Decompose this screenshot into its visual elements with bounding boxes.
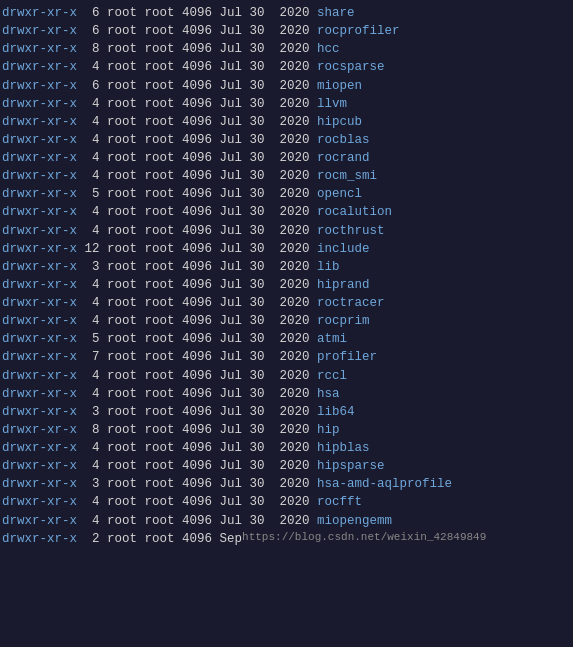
file-meta: 3 root root 4096 Jul 30 2020 bbox=[77, 258, 317, 276]
file-meta: 8 root root 4096 Jul 30 2020 bbox=[77, 40, 317, 58]
file-meta: 4 root root 4096 Jul 30 2020 bbox=[77, 457, 317, 475]
file-permissions: drwxr-xr-x bbox=[2, 149, 77, 167]
table-row: drwxr-xr-x 4 root root 4096 Jul 30 2020 … bbox=[2, 493, 571, 511]
file-meta: 6 root root 4096 Jul 30 2020 bbox=[77, 22, 317, 40]
file-meta: 4 root root 4096 Jul 30 2020 bbox=[77, 149, 317, 167]
directory-name: rocm_smi bbox=[317, 167, 377, 185]
table-row: drwxr-xr-x 4 root root 4096 Jul 30 2020 … bbox=[2, 385, 571, 403]
file-meta: 4 root root 4096 Jul 30 2020 bbox=[77, 58, 317, 76]
file-permissions: drwxr-xr-x bbox=[2, 530, 77, 548]
file-permissions: drwxr-xr-x bbox=[2, 22, 77, 40]
directory-name: rocalution bbox=[317, 203, 392, 221]
file-meta: 4 root root 4096 Jul 30 2020 bbox=[77, 439, 317, 457]
file-meta: 2 root root 4096 Sep bbox=[77, 530, 242, 548]
directory-name: llvm bbox=[317, 95, 347, 113]
file-meta: 4 root root 4096 Jul 30 2020 bbox=[77, 512, 317, 530]
table-row: drwxr-xr-x 3 root root 4096 Jul 30 2020 … bbox=[2, 403, 571, 421]
file-permissions: drwxr-xr-x bbox=[2, 439, 77, 457]
table-row: drwxr-xr-x 4 root root 4096 Jul 30 2020 … bbox=[2, 439, 571, 457]
table-row: drwxr-xr-x 4 root root 4096 Jul 30 2020 … bbox=[2, 276, 571, 294]
file-meta: 3 root root 4096 Jul 30 2020 bbox=[77, 475, 317, 493]
file-permissions: drwxr-xr-x bbox=[2, 77, 77, 95]
table-row: drwxr-xr-x 6 root root 4096 Jul 30 2020 … bbox=[2, 22, 571, 40]
file-meta: 4 root root 4096 Jul 30 2020 bbox=[77, 167, 317, 185]
file-meta: 5 root root 4096 Jul 30 2020 bbox=[77, 185, 317, 203]
terminal-window: drwxr-xr-x 6 root root 4096 Jul 30 2020 … bbox=[0, 0, 573, 647]
directory-name: hipblas bbox=[317, 439, 370, 457]
directory-name: https://blog.csdn.net/weixin_42849849 bbox=[242, 530, 486, 548]
file-meta: 4 root root 4096 Jul 30 2020 bbox=[77, 95, 317, 113]
directory-name: share bbox=[317, 4, 355, 22]
table-row: drwxr-xr-x 12 root root 4096 Jul 30 2020… bbox=[2, 240, 571, 258]
directory-name: rocsparse bbox=[317, 58, 385, 76]
file-permissions: drwxr-xr-x bbox=[2, 258, 77, 276]
file-meta: 7 root root 4096 Jul 30 2020 bbox=[77, 348, 317, 366]
directory-name: rocrand bbox=[317, 149, 370, 167]
file-permissions: drwxr-xr-x bbox=[2, 294, 77, 312]
table-row: drwxr-xr-x 4 root root 4096 Jul 30 2020 … bbox=[2, 113, 571, 131]
file-meta: 8 root root 4096 Jul 30 2020 bbox=[77, 421, 317, 439]
table-row: drwxr-xr-x 4 root root 4096 Jul 30 2020 … bbox=[2, 367, 571, 385]
directory-name: rocprofiler bbox=[317, 22, 400, 40]
file-permissions: drwxr-xr-x bbox=[2, 203, 77, 221]
file-meta: 4 root root 4096 Jul 30 2020 bbox=[77, 131, 317, 149]
file-permissions: drwxr-xr-x bbox=[2, 367, 77, 385]
directory-name: lib bbox=[317, 258, 340, 276]
directory-name: rocprim bbox=[317, 312, 370, 330]
file-permissions: drwxr-xr-x bbox=[2, 167, 77, 185]
table-row: drwxr-xr-x 4 root root 4096 Jul 30 2020 … bbox=[2, 131, 571, 149]
directory-name: opencl bbox=[317, 185, 362, 203]
file-permissions: drwxr-xr-x bbox=[2, 276, 77, 294]
directory-name: hsa-amd-aqlprofile bbox=[317, 475, 452, 493]
file-permissions: drwxr-xr-x bbox=[2, 348, 77, 366]
file-meta: 4 root root 4096 Jul 30 2020 bbox=[77, 113, 317, 131]
directory-name: include bbox=[317, 240, 370, 258]
file-permissions: drwxr-xr-x bbox=[2, 222, 77, 240]
directory-name: lib64 bbox=[317, 403, 355, 421]
file-meta: 4 root root 4096 Jul 30 2020 bbox=[77, 294, 317, 312]
file-permissions: drwxr-xr-x bbox=[2, 512, 77, 530]
directory-name: miopen bbox=[317, 77, 362, 95]
file-permissions: drwxr-xr-x bbox=[2, 185, 77, 203]
table-row: drwxr-xr-x 6 root root 4096 Jul 30 2020 … bbox=[2, 4, 571, 22]
table-row: drwxr-xr-x 3 root root 4096 Jul 30 2020 … bbox=[2, 258, 571, 276]
directory-name: hiprand bbox=[317, 276, 370, 294]
table-row: drwxr-xr-x 5 root root 4096 Jul 30 2020 … bbox=[2, 330, 571, 348]
file-meta: 5 root root 4096 Jul 30 2020 bbox=[77, 330, 317, 348]
file-meta: 6 root root 4096 Jul 30 2020 bbox=[77, 4, 317, 22]
table-row: drwxr-xr-x 4 root root 4096 Jul 30 2020 … bbox=[2, 312, 571, 330]
file-permissions: drwxr-xr-x bbox=[2, 457, 77, 475]
file-meta: 4 root root 4096 Jul 30 2020 bbox=[77, 312, 317, 330]
table-row: drwxr-xr-x 4 root root 4096 Jul 30 2020 … bbox=[2, 167, 571, 185]
directory-name: miopengemm bbox=[317, 512, 392, 530]
file-meta: 4 root root 4096 Jul 30 2020 bbox=[77, 203, 317, 221]
table-row: drwxr-xr-x 6 root root 4096 Jul 30 2020 … bbox=[2, 77, 571, 95]
file-permissions: drwxr-xr-x bbox=[2, 421, 77, 439]
file-permissions: drwxr-xr-x bbox=[2, 40, 77, 58]
directory-name: rccl bbox=[317, 367, 347, 385]
file-meta: 6 root root 4096 Jul 30 2020 bbox=[77, 77, 317, 95]
directory-name: profiler bbox=[317, 348, 377, 366]
table-row: drwxr-xr-x 4 root root 4096 Jul 30 2020 … bbox=[2, 58, 571, 76]
directory-name: hip bbox=[317, 421, 340, 439]
directory-name: hcc bbox=[317, 40, 340, 58]
file-permissions: drwxr-xr-x bbox=[2, 95, 77, 113]
table-row: drwxr-xr-x 4 root root 4096 Jul 30 2020 … bbox=[2, 222, 571, 240]
file-permissions: drwxr-xr-x bbox=[2, 403, 77, 421]
file-permissions: drwxr-xr-x bbox=[2, 493, 77, 511]
file-meta: 12 root root 4096 Jul 30 2020 bbox=[77, 240, 317, 258]
directory-name: roctracer bbox=[317, 294, 385, 312]
file-permissions: drwxr-xr-x bbox=[2, 58, 77, 76]
file-permissions: drwxr-xr-x bbox=[2, 475, 77, 493]
directory-name: hsa bbox=[317, 385, 340, 403]
table-row: drwxr-xr-x 8 root root 4096 Jul 30 2020 … bbox=[2, 421, 571, 439]
table-row: drwxr-xr-x 4 root root 4096 Jul 30 2020 … bbox=[2, 512, 571, 530]
file-meta: 4 root root 4096 Jul 30 2020 bbox=[77, 222, 317, 240]
table-row: drwxr-xr-x 4 root root 4096 Jul 30 2020 … bbox=[2, 457, 571, 475]
table-row: drwxr-xr-x 4 root root 4096 Jul 30 2020 … bbox=[2, 95, 571, 113]
table-row: drwxr-xr-x 4 root root 4096 Jul 30 2020 … bbox=[2, 149, 571, 167]
file-permissions: drwxr-xr-x bbox=[2, 385, 77, 403]
directory-name: rocthrust bbox=[317, 222, 385, 240]
table-row: drwxr-xr-x 2 root root 4096 Sephttps://b… bbox=[2, 530, 571, 548]
file-permissions: drwxr-xr-x bbox=[2, 113, 77, 131]
